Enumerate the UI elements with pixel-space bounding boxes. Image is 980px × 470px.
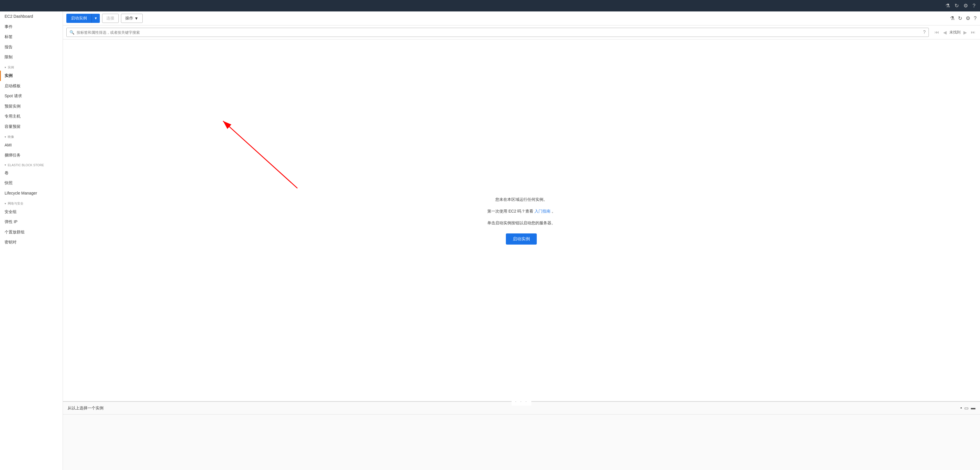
sidebar-item-tags[interactable]: 标签 — [0, 32, 63, 42]
sidebar-item-spot[interactable]: Spot 请求 — [0, 91, 63, 101]
search-input[interactable] — [76, 30, 921, 35]
pagination-next-button[interactable]: ▶ — [962, 29, 968, 36]
sidebar-item-limits[interactable]: 限制 — [0, 52, 63, 62]
refresh-toolbar-icon[interactable]: ↻ — [958, 15, 962, 21]
bottom-panel-view-icons: ▪ ▭ ▬ — [960, 405, 975, 411]
sidebar-item-key-pairs[interactable]: 密钥对 — [0, 237, 63, 247]
main-layout: EC2 Dashboard 事件 标签 报告 限制 ▾ 实例 实例 启动模板 S… — [0, 11, 980, 470]
sidebar-item-events[interactable]: 事件 — [0, 22, 63, 32]
bottom-panel: 从以上选择一个实例 ▪ ▭ ▬ — [63, 401, 980, 470]
sidebar-item-volumes[interactable]: 卷 — [0, 168, 63, 178]
getting-started-link[interactable]: 入门指南 — [535, 209, 550, 213]
collapse-ebs-icon[interactable]: ▾ — [5, 163, 6, 166]
help-icon[interactable]: ? — [972, 3, 975, 9]
toolbar-right-icons: ⚗ ↻ ⚙ ? — [950, 15, 977, 21]
sidebar-item-dedicated-hosts[interactable]: 专用主机 — [0, 111, 63, 121]
instance-area: 您未在本区域运行任何实例。 第一次使用 EC2 吗？查看 入门指南 。 单击启动… — [63, 40, 980, 401]
search-help-icon[interactable]: ? — [923, 30, 926, 35]
view-icon-1[interactable]: ▪ — [960, 405, 962, 411]
sidebar-item-reports[interactable]: 报告 — [0, 42, 63, 53]
toolbar: 启动实例 ▼ 连接 操作 ▼ ⚗ ↻ ⚙ ? — [63, 11, 980, 25]
sidebar-item-security-groups[interactable]: 安全组 — [0, 207, 63, 217]
refresh-icon[interactable]: ↻ — [955, 3, 959, 9]
bottom-panel-title: 从以上选择一个实例 — [67, 406, 103, 411]
divider-dots: · · · — [512, 397, 531, 406]
section-instances-label: ▾ 实例 — [0, 62, 63, 71]
settings-icon[interactable]: ⚙ — [963, 3, 968, 9]
sidebar-item-capacity[interactable]: 容量预留 — [0, 121, 63, 132]
sidebar-item-instances[interactable]: 实例 — [0, 71, 63, 81]
top-bar: ⚗ ↻ ⚙ ? — [0, 0, 980, 11]
sidebar-item-bundle-tasks[interactable]: 捆绑任务 — [0, 150, 63, 161]
sidebar-item-elastic-ip[interactable]: 弹性 IP — [0, 217, 63, 227]
top-bar-icons: ⚗ ↻ ⚙ ? — [945, 3, 975, 9]
section-images-label: ▾ 映像 — [0, 132, 63, 140]
divider: · · · — [63, 401, 980, 401]
search-input-wrapper[interactable]: 🔍 ? — [66, 28, 929, 37]
search-icon: 🔍 — [70, 30, 74, 35]
launch-instance-center-button[interactable]: 启动实例 — [506, 233, 537, 245]
view-icon-2[interactable]: ▭ — [964, 405, 969, 411]
section-network-label: ▾ 网络与安全 — [0, 199, 63, 207]
flask-toolbar-icon[interactable]: ⚗ — [950, 15, 955, 21]
sidebar-item-snapshots[interactable]: 快照 — [0, 178, 63, 188]
pagination-not-found: 未找到 — [950, 30, 961, 35]
collapse-instances-icon[interactable]: ▾ — [5, 66, 6, 69]
sidebar: EC2 Dashboard 事件 标签 报告 限制 ▾ 实例 实例 启动模板 S… — [0, 11, 63, 470]
pagination-prev-button[interactable]: ◀ — [942, 29, 948, 36]
launch-instance-split-button: 启动实例 ▼ — [66, 14, 100, 23]
connect-button[interactable]: 连接 — [102, 14, 119, 23]
actions-dropdown-icon: ▼ — [134, 16, 138, 21]
no-instances-text: 您未在本区域运行任何实例。 — [487, 196, 556, 203]
empty-message: 您未在本区域运行任何实例。 第一次使用 EC2 吗？查看 入门指南 。 单击启动… — [487, 196, 556, 245]
collapse-network-icon[interactable]: ▾ — [5, 202, 6, 205]
click-launch-text: 单击启动实例按钮以启动您的服务器。 — [487, 220, 556, 226]
help-toolbar-icon[interactable]: ? — [974, 16, 977, 21]
sidebar-item-ami[interactable]: AMI — [0, 140, 63, 150]
first-time-text: 第一次使用 EC2 吗？查看 入门指南 。 — [487, 208, 556, 215]
pagination-first-button[interactable]: ⏮ — [933, 29, 940, 35]
launch-instance-button[interactable]: 启动实例 — [66, 14, 92, 23]
sidebar-item-reserved[interactable]: 预留实例 — [0, 101, 63, 112]
settings-toolbar-icon[interactable]: ⚙ — [966, 15, 970, 21]
flask-icon[interactable]: ⚗ — [945, 3, 950, 9]
view-icon-3[interactable]: ▬ — [971, 405, 975, 411]
main-content: 您未在本区域运行任何实例。 第一次使用 EC2 吗？查看 入门指南 。 单击启动… — [63, 40, 980, 470]
section-ebs-label: ▾ ELASTIC BLOCK STORE — [0, 161, 63, 168]
pagination-last-button[interactable]: ⏭ — [970, 29, 977, 35]
search-bar: 🔍 ? ⏮ ◀ 未找到 ▶ ⏭ — [63, 25, 980, 40]
actions-button[interactable]: 操作 ▼ — [121, 14, 143, 23]
sidebar-item-lifecycle[interactable]: Lifecycle Manager — [0, 188, 63, 199]
content-area: 启动实例 ▼ 连接 操作 ▼ ⚗ ↻ ⚙ ? 🔍 ? — [63, 11, 980, 470]
launch-instance-dropdown[interactable]: ▼ — [92, 14, 100, 23]
collapse-images-icon[interactable]: ▾ — [5, 135, 6, 139]
sidebar-item-ec2dashboard[interactable]: EC2 Dashboard — [0, 11, 63, 22]
search-pagination: ⏮ ◀ 未找到 ▶ ⏭ — [933, 29, 977, 36]
sidebar-item-placement-groups[interactable]: 个置放群组 — [0, 227, 63, 237]
sidebar-item-launch-templates[interactable]: 启动模板 — [0, 81, 63, 91]
